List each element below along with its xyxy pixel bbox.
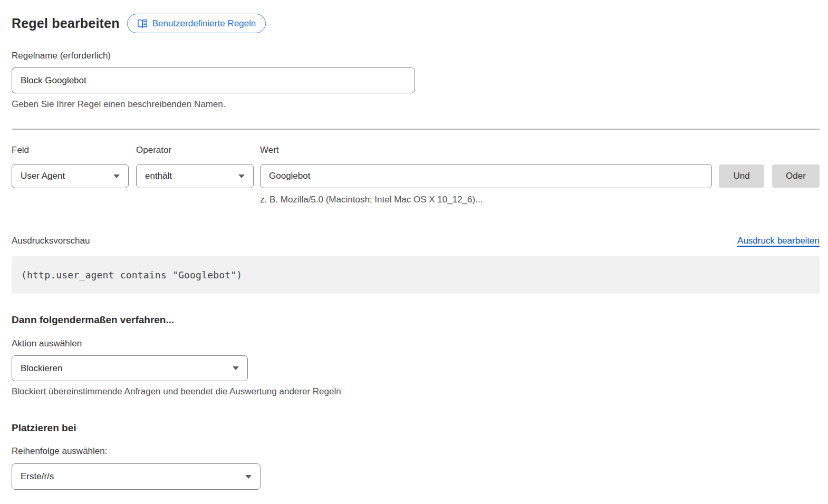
order-label: Reihenfolge auswählen: [12, 446, 820, 457]
value-label: Wert [260, 145, 712, 156]
rule-name-input[interactable] [12, 67, 415, 93]
action-helper: Blockiert übereinstimmende Anfragen und … [12, 386, 820, 397]
expression-code: (http.user_agent contains "Googlebot") [21, 269, 242, 280]
operator-select[interactable]: enthält [136, 164, 254, 188]
edit-expression-link[interactable]: Ausdruck bearbeiten [737, 236, 820, 246]
order-select-value: Erste/r/s [21, 471, 54, 482]
value-column: Wert z. B. Mozilla/5.0 (Macintosh; Intel… [260, 145, 712, 205]
value-input[interactable] [260, 164, 712, 188]
open-book-icon [137, 19, 148, 28]
field-label: Feld [12, 145, 129, 156]
page-header: Regel bearbeiten Benutzerdefinierte Rege… [12, 14, 820, 33]
operator-label: Operator [136, 145, 254, 156]
action-select[interactable]: Blockieren [12, 355, 248, 381]
section-divider [12, 129, 820, 130]
page-title: Regel bearbeiten [12, 16, 120, 31]
placement-section-heading: Platzieren bei [12, 422, 820, 434]
action-select-value: Blockieren [21, 363, 62, 374]
chevron-down-icon [233, 366, 239, 370]
value-helper: z. B. Mozilla/5.0 (Macintosh; Intel Mac … [260, 195, 712, 205]
action-section-heading: Dann folgendermaßen verfahren... [12, 314, 820, 326]
edit-rule-page: Regel bearbeiten Benutzerdefinierte Rege… [0, 0, 828, 490]
chevron-down-icon [238, 175, 245, 178]
condition-row: Feld User Agent Operator enthält Wert z.… [12, 145, 820, 205]
action-label: Aktion auswählen [12, 338, 820, 349]
expression-preview-box: (http.user_agent contains "Googlebot") [12, 256, 820, 294]
field-select-value: User Agent [21, 171, 65, 181]
custom-rules-badge[interactable]: Benutzerdefinierte Regeln [127, 14, 266, 33]
and-button[interactable]: Und [719, 164, 764, 188]
rule-name-group: Regelname (erforderlich) Geben Sie Ihrer… [12, 51, 820, 110]
rule-name-helper: Geben Sie Ihrer Regel einen beschreibend… [12, 99, 820, 110]
field-select[interactable]: User Agent [12, 164, 129, 188]
operator-select-value: enthält [145, 171, 172, 181]
field-column: Feld User Agent [12, 145, 129, 188]
order-select[interactable]: Erste/r/s [12, 463, 261, 490]
expression-header: Ausdrucksvorschau Ausdruck bearbeiten [12, 236, 820, 246]
chevron-down-icon [113, 175, 120, 178]
chevron-down-icon [245, 475, 252, 479]
custom-rules-badge-label: Benutzerdefinierte Regeln [152, 18, 256, 29]
rule-name-label: Regelname (erforderlich) [12, 51, 820, 61]
expression-preview-label: Ausdrucksvorschau [12, 236, 90, 246]
or-button[interactable]: Oder [772, 164, 820, 188]
operator-column: Operator enthält [136, 145, 254, 188]
